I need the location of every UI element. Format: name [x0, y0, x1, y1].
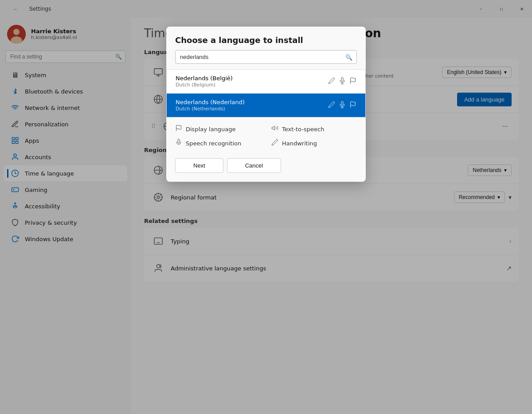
language-list: Nederlands (België) Dutch (Belgium): [166, 69, 366, 117]
speech-feature-label: Speech recognition: [186, 140, 241, 147]
language-install-modal: Choose a language to install 🔍 Nederland…: [166, 27, 366, 182]
modal-features: Display language Text-to-speech Speech r…: [166, 117, 366, 153]
lang-belgium-icons: [328, 77, 356, 86]
lang-item-dutch-netherlands[interactable]: Nederlands (Nederland) Dutch (Netherland…: [167, 94, 365, 117]
display-icon-nl: [349, 101, 356, 109]
handwriting-feature-label: Handwriting: [282, 140, 317, 147]
modal-title: Choose a language to install: [166, 27, 366, 50]
svg-marker-23: [272, 126, 274, 130]
handwriting-icon: [328, 77, 335, 86]
lang-item-dutch-belgium[interactable]: Nederlands (België) Dutch (Belgium): [167, 70, 365, 94]
tts-feature-label: Text-to-speech: [282, 126, 324, 133]
lang-belgium-subtitle: Dutch (Belgium): [176, 82, 328, 88]
speech-feature-icon: [175, 139, 182, 148]
feature-speech: Speech recognition: [175, 139, 261, 148]
handwriting-icon-nl: [328, 101, 335, 109]
tts-feature-icon: [271, 125, 278, 133]
modal-search-icon: 🔍: [345, 54, 352, 60]
cancel-button[interactable]: Cancel: [227, 158, 281, 173]
lang-belgium-info: Nederlands (België) Dutch (Belgium): [176, 75, 328, 88]
display-icon: [349, 77, 356, 86]
feature-handwriting: Handwriting: [271, 139, 357, 148]
lang-netherlands-subtitle: Dutch (Netherlands): [176, 106, 328, 112]
feature-display-language: Display language: [175, 125, 261, 133]
lang-belgium-name: Nederlands (België): [176, 75, 328, 82]
modal-search-container: 🔍: [175, 50, 357, 64]
display-language-feature-icon: [175, 125, 182, 133]
feature-tts: Text-to-speech: [271, 125, 357, 133]
display-language-feature-label: Display language: [186, 126, 236, 133]
modal-overlay: Choose a language to install 🔍 Nederland…: [0, 0, 532, 414]
modal-search-input[interactable]: [175, 50, 357, 64]
next-button[interactable]: Next: [175, 158, 223, 173]
lang-netherlands-icons: [328, 101, 356, 109]
lang-netherlands-name: Nederlands (Nederland): [176, 99, 328, 105]
lang-netherlands-info: Nederlands (Nederland) Dutch (Netherland…: [176, 99, 328, 112]
modal-footer: Next Cancel: [166, 153, 366, 182]
handwriting-feature-icon: [271, 139, 278, 148]
speech-icon-nl: [339, 101, 346, 109]
speech-icon: [339, 77, 346, 86]
